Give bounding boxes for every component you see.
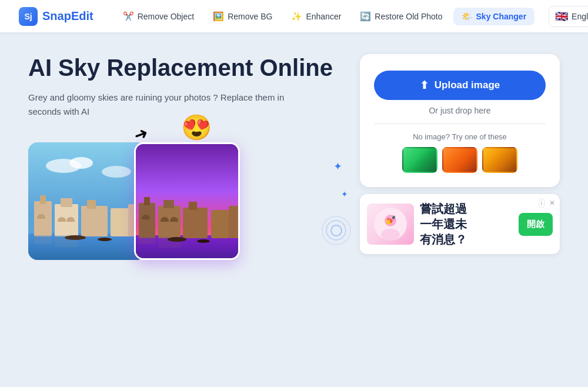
main-content: AI Sky Replacement Online Grey and gloom… bbox=[0, 33, 588, 387]
nav-item-enhancer-label: Enhancer bbox=[306, 12, 341, 21]
nav-item-remove-object[interactable]: ✂️ Remove Object bbox=[115, 8, 202, 25]
hero-title: AI Sky Replacement Online bbox=[28, 54, 336, 81]
svg-point-33 bbox=[381, 229, 400, 241]
upload-icon: ⬆ bbox=[420, 79, 429, 92]
svg-rect-8 bbox=[61, 198, 72, 207]
sample-images bbox=[402, 147, 517, 173]
svg-point-2 bbox=[69, 157, 93, 169]
right-section: ⬆ Upload image Or just drop here No imag… bbox=[360, 54, 560, 375]
upload-card: ⬆ Upload image Or just drop here No imag… bbox=[360, 54, 560, 187]
language-button[interactable]: 🇬🇧 English ▾ bbox=[549, 6, 588, 27]
ad-open-button[interactable]: 開啟 bbox=[519, 213, 553, 236]
demo-after-image bbox=[134, 142, 240, 260]
nav-item-remove-bg[interactable]: 🖼️ Remove BG bbox=[205, 8, 280, 25]
svg-rect-25 bbox=[211, 210, 229, 238]
nav-item-sky-label: Sky Changer bbox=[476, 12, 527, 21]
logo-text: SnapEdit bbox=[42, 9, 93, 23]
svg-text:💅: 💅 bbox=[386, 215, 396, 225]
ripple-decoration bbox=[319, 213, 354, 248]
nav-item-remove-bg-label: Remove BG bbox=[228, 12, 272, 21]
ad-thumbnail: 💅 bbox=[367, 203, 414, 245]
nav-item-restore[interactable]: 🔄 Restore Old Photo bbox=[352, 8, 450, 25]
navbar: Sj SnapEdit ✂️ Remove Object 🖼️ Remove B… bbox=[0, 0, 588, 33]
upload-button[interactable]: ⬆ Upload image bbox=[374, 71, 546, 100]
smiley-emoji: 😍 bbox=[181, 113, 212, 142]
logo-icon: Sj bbox=[19, 7, 38, 26]
sample-image-3[interactable] bbox=[482, 147, 517, 173]
sky-icon: 🌤️ bbox=[462, 11, 473, 22]
demo-before-image bbox=[28, 142, 146, 260]
frame-icon: 🖼️ bbox=[213, 11, 224, 22]
nav-item-enhancer[interactable]: ✨ Enhancer bbox=[283, 8, 349, 25]
language-label: English bbox=[572, 12, 588, 21]
ad-line2: 一年還未 bbox=[420, 216, 513, 232]
restore-icon: 🔄 bbox=[360, 11, 371, 22]
svg-rect-6 bbox=[40, 195, 46, 204]
svg-rect-19 bbox=[139, 203, 155, 238]
svg-rect-27 bbox=[139, 237, 155, 244]
ad-content: 嘗試超過 一年還未 有消息？ bbox=[420, 201, 513, 247]
svg-point-29 bbox=[168, 237, 186, 242]
svg-rect-21 bbox=[158, 206, 181, 238]
ad-card: i ✕ 💅 嘗試超過 一年還未 有消息？ 開啟 bbox=[360, 194, 560, 254]
svg-rect-26 bbox=[229, 206, 240, 238]
nav-item-remove-object-label: Remove Object bbox=[138, 12, 194, 21]
left-section: AI Sky Replacement Online Grey and gloom… bbox=[28, 54, 336, 375]
image-demo: ➜ 😍 bbox=[28, 142, 336, 260]
ad-badge: i bbox=[539, 199, 544, 208]
svg-rect-9 bbox=[81, 206, 108, 236]
ad-close-button[interactable]: ✕ bbox=[549, 199, 555, 207]
svg-point-16 bbox=[98, 238, 112, 241]
flag-icon: 🇬🇧 bbox=[555, 10, 568, 23]
sample-image-1[interactable] bbox=[402, 147, 437, 173]
svg-rect-10 bbox=[87, 200, 96, 209]
nav-items: ✂️ Remove Object 🖼️ Remove BG ✨ Enhancer… bbox=[115, 8, 534, 25]
svg-rect-24 bbox=[189, 202, 197, 210]
nav-item-sky-changer[interactable]: 🌤️ Sky Changer bbox=[453, 8, 535, 25]
sample-image-2[interactable] bbox=[442, 147, 477, 173]
scissors-icon: ✂️ bbox=[123, 11, 134, 22]
sparkle-icon-1: ✦ bbox=[333, 160, 342, 173]
ad-text: 嘗試超過 一年還未 有消息？ bbox=[420, 201, 513, 247]
sparkle-icon-2: ✦ bbox=[341, 189, 348, 199]
svg-rect-20 bbox=[144, 197, 150, 205]
ad-line3: 有消息？ bbox=[420, 232, 513, 247]
ad-line1: 嘗試超過 bbox=[420, 201, 513, 216]
svg-rect-13 bbox=[34, 235, 52, 244]
try-text: No image? Try one of these bbox=[413, 132, 507, 141]
enhance-icon: ✨ bbox=[291, 11, 302, 22]
logo[interactable]: Sj SnapEdit bbox=[19, 7, 93, 26]
svg-point-3 bbox=[102, 166, 131, 178]
upload-button-label: Upload image bbox=[435, 79, 500, 91]
svg-rect-23 bbox=[183, 208, 208, 238]
nav-item-restore-label: Restore Old Photo bbox=[375, 12, 442, 21]
divider bbox=[374, 124, 546, 124]
hero-subtitle: Grey and gloomy skies are ruining your p… bbox=[28, 91, 287, 119]
svg-rect-22 bbox=[163, 200, 174, 208]
svg-point-15 bbox=[65, 235, 86, 240]
svg-rect-11 bbox=[111, 208, 131, 236]
drop-text: Or just drop here bbox=[429, 106, 490, 115]
svg-point-30 bbox=[197, 239, 210, 243]
